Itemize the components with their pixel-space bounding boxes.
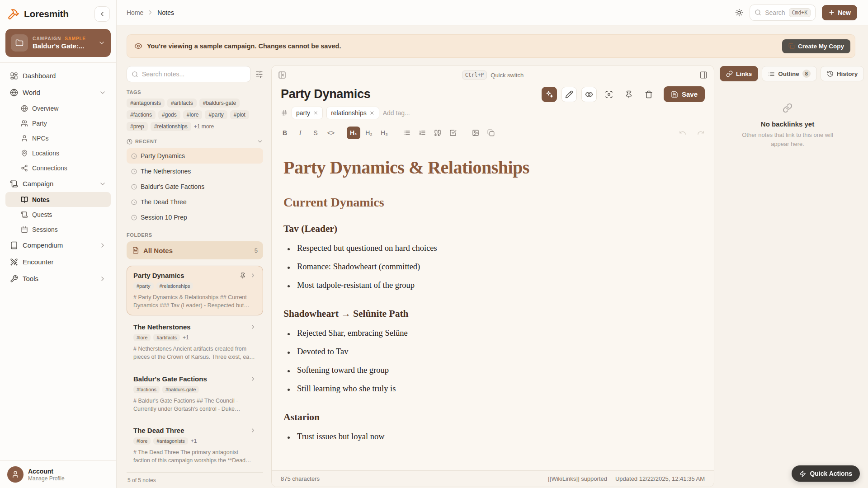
folder-all-notes[interactable]: All Notes 5 xyxy=(127,241,263,259)
tag-chip[interactable]: #antagonists xyxy=(127,99,165,108)
note-card-title: The Dead Three xyxy=(133,427,246,434)
format-heading-3-button[interactable]: H₃ xyxy=(377,127,391,139)
editor-status-bar: 875 characters [[WikiLinks]] supported U… xyxy=(272,470,714,487)
folders-section-label: FOLDERS xyxy=(127,232,263,238)
tab-history[interactable]: History xyxy=(821,66,864,81)
all-notes-count: 5 xyxy=(255,247,258,254)
tag-chip[interactable]: #factions xyxy=(127,110,156,119)
sidebar-item-connections[interactable]: Connections xyxy=(5,160,111,175)
format-image-button[interactable] xyxy=(469,127,482,139)
tag-chip[interactable]: #gods xyxy=(158,110,180,119)
note-title[interactable]: Party Dynamics xyxy=(281,87,537,101)
format-blockquote-button[interactable] xyxy=(431,127,444,139)
format-italic-button[interactable]: I xyxy=(293,127,307,139)
tag-chip[interactable]: #baldurs-gate xyxy=(199,99,240,108)
preview-mode-button[interactable] xyxy=(581,87,597,102)
collapse-right-panel-button[interactable] xyxy=(699,71,708,79)
chevron-down-icon[interactable] xyxy=(257,138,263,145)
sample-campaign-banner: You're viewing a sample campaign. Change… xyxy=(127,34,855,58)
tags-more: +1 xyxy=(183,334,189,341)
sidebar-item-campaign[interactable]: Campaign xyxy=(5,175,111,192)
format-strikethrough-button[interactable]: S xyxy=(309,127,322,139)
sidebar-item-dashboard[interactable]: Dashboard xyxy=(5,67,111,84)
sidebar-item-quests[interactable]: Quests xyxy=(5,207,111,222)
save-button[interactable]: Save xyxy=(664,86,705,102)
add-tag-input[interactable] xyxy=(383,109,433,117)
redo-button[interactable] xyxy=(694,127,708,139)
editor-title-row: Party Dynamics Save xyxy=(272,84,714,103)
notes-search-input[interactable] xyxy=(142,70,246,78)
recent-note-the-netherstones[interactable]: The Netherstones xyxy=(127,164,263,179)
sidebar-item-party[interactable]: Party xyxy=(5,116,111,131)
sidebar-collapse-button[interactable] xyxy=(94,6,110,22)
tags-more[interactable]: +1 more xyxy=(194,123,214,130)
new-note-button[interactable]: New xyxy=(822,5,857,20)
format-heading-1-button[interactable]: H₁ xyxy=(347,127,360,139)
tab-outline[interactable]: Outline8 xyxy=(762,66,817,81)
sidebar-item-encounter[interactable]: Encounter xyxy=(5,253,111,270)
recent-note-session-10-prep[interactable]: Session 10 Prep xyxy=(127,210,263,225)
chevron-right-icon xyxy=(250,324,256,330)
theme-toggle-button[interactable] xyxy=(735,9,743,17)
sidebar-item-tools[interactable]: Tools xyxy=(5,270,111,287)
format-code-button[interactable]: <> xyxy=(324,127,338,139)
focus-mode-button[interactable] xyxy=(601,87,617,102)
sidebar-item-overview[interactable]: Overview xyxy=(5,101,111,116)
x-icon[interactable] xyxy=(369,110,375,116)
format-bullet-list-button[interactable] xyxy=(400,127,414,139)
tag-chip[interactable]: #party xyxy=(205,110,227,119)
tag-chip[interactable]: #relationships xyxy=(151,122,191,131)
note-card-baldur-s-gate-factions[interactable]: Baldur's Gate Factions#factions#baldurs-… xyxy=(127,369,263,419)
note-card-the-dead-three[interactable]: The Dead Three#lore#antagonists+1# The D… xyxy=(127,421,263,470)
note-tag-party[interactable]: party xyxy=(292,107,323,119)
format-ordered-list-button[interactable] xyxy=(415,127,429,139)
notes-search[interactable] xyxy=(127,66,251,82)
notes-count-footer: 5 of 5 notes xyxy=(127,472,263,488)
notes-filter-button[interactable] xyxy=(255,70,263,78)
format-heading-2-button[interactable]: H₂ xyxy=(362,127,376,139)
note-content-editor[interactable]: Party Dynamics & Relationships Current D… xyxy=(272,143,714,470)
note-tag-label: relationships xyxy=(331,109,367,117)
sidebar-item-npcs[interactable]: NPCs xyxy=(5,131,111,145)
note-tag-relationships[interactable]: relationships xyxy=(326,107,379,119)
sidebar-item-sessions[interactable]: Sessions xyxy=(5,222,111,237)
sidebar-item-locations[interactable]: Locations xyxy=(5,145,111,160)
campaign-selector[interactable]: CAMPAIGNSAMPLE Baldur's Gate:... xyxy=(5,29,111,57)
format-embed-link-button[interactable] xyxy=(484,127,498,139)
tag-chip[interactable]: #artifacts xyxy=(167,99,197,108)
sidebar-item-label: Encounter xyxy=(23,258,53,266)
tag-chip[interactable]: #prep xyxy=(127,122,148,131)
sidebar-item-label: Notes xyxy=(32,196,50,203)
breadcrumb-notes[interactable]: Notes xyxy=(157,9,174,16)
sidebar-item-compendium[interactable]: Compendium xyxy=(5,237,111,253)
sidebar-item-label: Dashboard xyxy=(23,72,56,80)
recent-note-the-dead-three[interactable]: The Dead Three xyxy=(127,194,263,210)
recent-note-baldur-s-gate-factions[interactable]: Baldur's Gate Factions xyxy=(127,179,263,194)
delete-note-button[interactable] xyxy=(641,87,656,102)
edit-mode-button[interactable] xyxy=(561,87,577,102)
pin-note-button[interactable] xyxy=(621,87,637,102)
recent-note-party-dynamics[interactable]: Party Dynamics xyxy=(127,148,263,164)
global-search-button[interactable]: Search Cmd+K xyxy=(750,5,816,21)
x-icon[interactable] xyxy=(313,110,318,116)
note-card-the-netherstones[interactable]: The Netherstones#lore#artifacts+1# Nethe… xyxy=(127,317,263,367)
ai-assist-button[interactable] xyxy=(542,87,557,102)
collapse-left-panel-button[interactable] xyxy=(278,71,286,79)
tab-links[interactable]: Links xyxy=(720,66,758,81)
swords-icon xyxy=(10,258,18,266)
tag-chip[interactable]: #plot xyxy=(230,110,249,119)
panel-right-icon xyxy=(699,71,708,79)
sidebar-item-notes[interactable]: Notes xyxy=(5,192,111,207)
format-bold-button[interactable]: B xyxy=(278,127,292,139)
breadcrumb-home[interactable]: Home xyxy=(127,9,143,16)
undo-button[interactable] xyxy=(676,127,689,139)
user-icon xyxy=(21,135,28,142)
format-task-list-button[interactable] xyxy=(446,127,460,139)
create-my-copy-button[interactable]: Create My Copy xyxy=(782,39,850,53)
account-profile[interactable]: Account Manage Profile xyxy=(0,460,116,488)
tag-chip[interactable]: #lore xyxy=(183,110,203,119)
chevron-down-icon xyxy=(99,89,106,96)
sidebar-item-world[interactable]: World xyxy=(5,84,111,101)
note-card-party-dynamics[interactable]: Party Dynamics#party#relationships# Part… xyxy=(127,266,263,315)
quick-actions-button[interactable]: Quick Actions xyxy=(792,465,860,482)
